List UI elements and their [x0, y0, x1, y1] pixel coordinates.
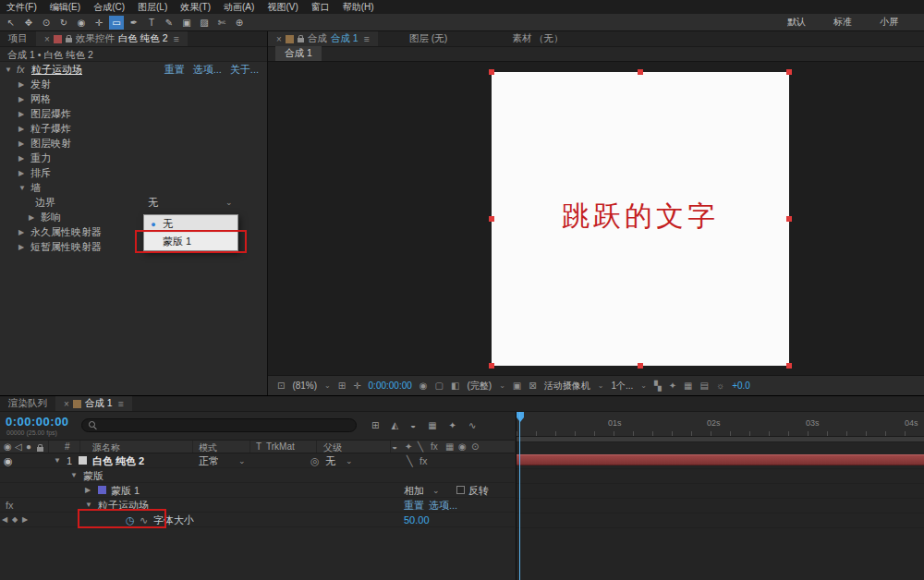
clone-stamp-tool[interactable]: ▣ [179, 16, 194, 30]
boundary-dropdown[interactable]: 无 [148, 196, 158, 210]
graph-editor-icon[interactable]: ∿ [468, 420, 476, 430]
twirl-closed-icon[interactable]: ▶ [18, 95, 30, 103]
canvas-text[interactable]: 跳跃的文字 [492, 198, 789, 236]
twirl-closed-icon[interactable]: ▶ [18, 110, 30, 118]
timeline-button-icon[interactable]: ▦ [684, 381, 692, 391]
menu-item[interactable]: 视图(V) [261, 0, 304, 14]
frame-blend-switch-icon[interactable]: ▦ [445, 441, 454, 452]
close-icon[interactable]: × [64, 399, 69, 409]
twirl-closed-icon[interactable]: ▶ [18, 154, 30, 163]
roi-icon[interactable]: ▣ [513, 381, 521, 391]
channels-icon[interactable]: ◧ [451, 381, 459, 391]
eye-icon[interactable]: ◉ [4, 453, 13, 468]
current-time[interactable]: 0:00:00:00 [369, 381, 412, 391]
timeline-search-input[interactable] [81, 418, 357, 432]
effect-twirl-icon[interactable]: ▼ [85, 498, 92, 513]
twirl-closed-icon[interactable]: ▶ [29, 213, 41, 222]
chevron-down-icon[interactable]: ⌄ [238, 453, 246, 468]
chevron-down-icon[interactable]: ⌄ [432, 483, 440, 498]
mask-color-chip[interactable] [98, 486, 106, 494]
selection-handle[interactable] [489, 69, 494, 75]
zoom-tool[interactable]: ⊙ [39, 16, 54, 30]
tab-project[interactable]: 项目 [0, 31, 36, 46]
selection-handle[interactable] [489, 216, 494, 222]
property-row[interactable]: ◀ ◆ ▶ ◷ ∿ 字体大小 50.00 [0, 513, 515, 527]
eye-icon[interactable]: ◉ [4, 441, 12, 452]
camera-chevron-icon[interactable]: ⌄ [598, 381, 604, 390]
trkmat-column[interactable]: TrkMat [266, 441, 295, 452]
exposure-icon[interactable]: ☼ [716, 381, 724, 391]
track-row[interactable] [517, 499, 924, 514]
layer-duration-bar[interactable] [517, 454, 924, 465]
prev-keyframe-icon[interactable]: ◀ [2, 513, 7, 527]
resolution-value[interactable]: (完整) [467, 380, 492, 393]
options-link[interactable]: 选项... [429, 498, 457, 513]
mask-toggle-icon[interactable]: ✛ [353, 381, 360, 391]
hand-tool[interactable]: ✥ [21, 16, 36, 30]
panel-menu-icon[interactable]: ≡ [364, 33, 370, 44]
parent-column[interactable]: 父级 [323, 441, 342, 454]
menu-item[interactable]: 编辑(E) [43, 0, 87, 14]
track-row[interactable] [517, 484, 924, 499]
view-layout-menu[interactable]: 1个... [611, 380, 633, 393]
property-name[interactable]: 字体大小 [153, 513, 194, 527]
chevron-down-icon[interactable]: ⌄ [346, 453, 353, 468]
mask-mode-dropdown[interactable]: 相加 [404, 483, 424, 498]
composition-canvas[interactable]: 跳跃的文字 [492, 72, 789, 366]
pickwhip-icon[interactable]: ◎ [310, 453, 320, 468]
twirl-open-icon[interactable]: ▼ [18, 184, 30, 192]
selection-handle[interactable] [786, 69, 792, 75]
rotation-tool[interactable]: ↻ [56, 16, 71, 30]
twirl-closed-icon[interactable]: ▶ [18, 169, 30, 177]
track-row[interactable] [517, 514, 924, 528]
group-twirl-icon[interactable]: ▼ [70, 468, 78, 483]
twirl-closed-icon[interactable]: ▶ [18, 125, 30, 133]
puppet-pin-tool[interactable]: ⊕ [232, 16, 247, 30]
twirl-closed-icon[interactable]: ▶ [18, 80, 30, 89]
motion-blur-icon[interactable]: ✦ [449, 420, 456, 430]
current-time-indicator[interactable] [519, 412, 520, 580]
monitor-icon[interactable]: ⊡ [277, 381, 285, 391]
property-value[interactable]: 50.00 [404, 513, 430, 527]
pan-behind-tool[interactable]: ✛ [91, 16, 106, 30]
playhead-handle[interactable] [517, 412, 524, 422]
dropdown-option-none[interactable]: ● 无 [144, 215, 237, 233]
reset-link[interactable]: 重置 [164, 63, 185, 77]
close-icon[interactable]: × [44, 34, 50, 44]
show-snapshot-icon[interactable]: ▢ [435, 381, 444, 391]
exposure-value[interactable]: +0.0 [732, 381, 750, 391]
effect-row[interactable]: fx ▼ 粒子运动场 重置 选项... [0, 498, 515, 513]
effect-group-row[interactable]: ▶ 图层映射 [0, 136, 267, 151]
mask-row[interactable]: ▶ 蒙版 1 相加 ⌄ 反转 [0, 483, 515, 498]
effect-name[interactable]: 粒子运动场 [31, 63, 82, 77]
brush-tool[interactable]: ✎ [162, 16, 176, 30]
mode-column[interactable]: 模式 [199, 441, 217, 454]
effect-group-row[interactable]: ▶ 图层爆炸 [0, 106, 267, 121]
fast-preview-icon[interactable]: ✦ [669, 381, 676, 391]
audio-icon[interactable]: ◁ [15, 441, 22, 452]
mask-twirl-icon[interactable]: ▶ [85, 483, 91, 498]
time-ruler[interactable]: 01s02s03s04s [517, 412, 924, 437]
quality-switch-icon[interactable]: ╲ [407, 453, 413, 468]
stopwatch-icon[interactable]: ◷ [126, 513, 135, 527]
wall-group-row[interactable]: ▼ 墙 [0, 180, 267, 195]
effect-switch-icon[interactable]: fx [431, 441, 438, 452]
flowchart-icon[interactable]: ▤ [700, 381, 709, 391]
effect-name[interactable]: 粒子运动场 [98, 498, 149, 513]
effect-group-row[interactable]: ▶ 网格 [0, 91, 267, 106]
menu-item[interactable]: 图层(L) [131, 0, 174, 14]
snapshot-icon[interactable]: ◉ [419, 381, 428, 391]
resolution-chevron-icon[interactable]: ⌄ [499, 381, 505, 390]
tab-layer[interactable]: 图层 (无) [400, 31, 456, 46]
eraser-tool[interactable]: ▨ [197, 16, 212, 30]
adjustment-switch-icon[interactable]: ⊙ [471, 441, 479, 452]
selection-handle[interactable] [638, 69, 643, 75]
tab-footage[interactable]: 素材 （无） [503, 31, 572, 46]
layer-color-chip[interactable] [79, 456, 87, 465]
track-row[interactable] [517, 469, 924, 484]
work-area-bar[interactable] [517, 437, 924, 442]
tab-render-queue[interactable]: 渲染队列 [0, 396, 55, 411]
current-time-display[interactable]: 0:00:00:00 [6, 415, 69, 429]
layer-twirl-icon[interactable]: ▼ [54, 453, 61, 468]
selection-handle[interactable] [786, 363, 792, 369]
